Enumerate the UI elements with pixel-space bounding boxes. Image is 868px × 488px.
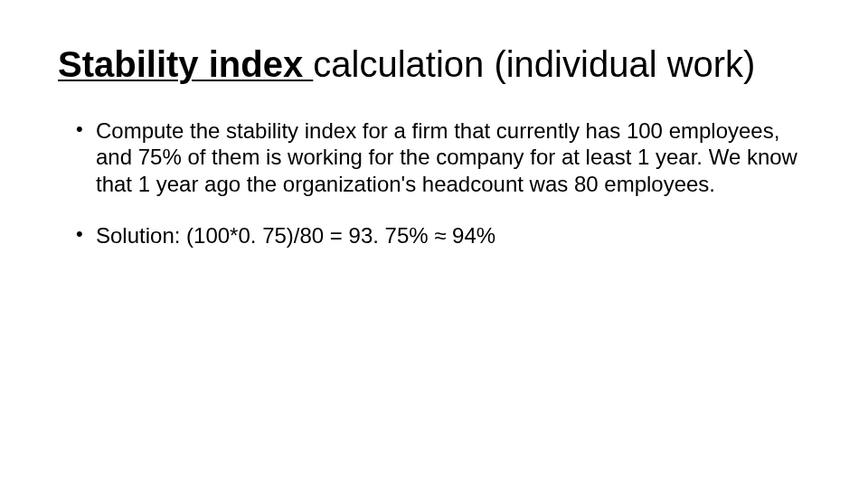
list-item: Compute the stability index for a firm t… (76, 117, 810, 197)
title-emphasis: Stability index (58, 44, 313, 84)
bullet-list: Compute the stability index for a firm t… (76, 117, 810, 249)
list-item: Solution: (100*0. 75)/80 = 93. 75% ≈ 94% (76, 222, 810, 249)
slide: Stability index calculation (individual … (0, 0, 868, 488)
title-rest: calculation (individual work) (313, 44, 755, 84)
slide-body: Compute the stability index for a firm t… (58, 117, 810, 249)
slide-title: Stability index calculation (individual … (58, 43, 810, 85)
